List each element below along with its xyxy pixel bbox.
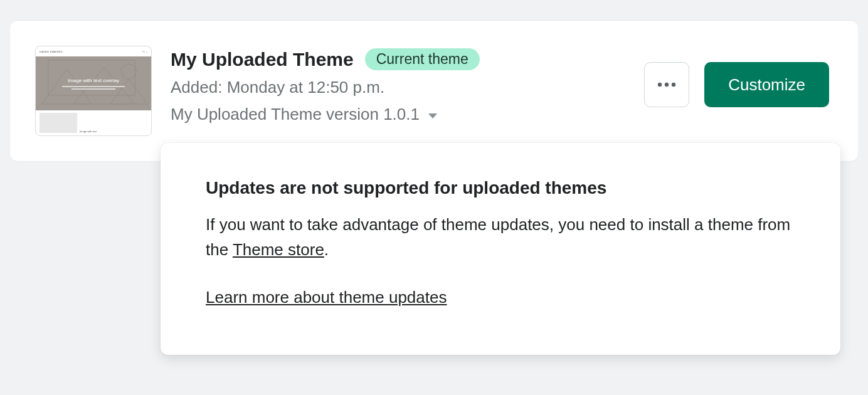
thumb-geometry-icon: [36, 56, 151, 110]
version-label: My Uploaded Theme version 1.0.1: [171, 105, 420, 124]
thumb-hero: Image with text overlay: [36, 56, 151, 110]
update-info-popover: Updates are not supported for uploaded t…: [161, 143, 840, 355]
theme-actions: Customize: [644, 46, 833, 107]
thumb-hero-subline: [62, 86, 125, 87]
added-line: Added: Monday at 12:50 p.m.: [171, 78, 625, 97]
theme-meta: My Uploaded Theme Current theme Added: M…: [171, 46, 625, 124]
thumb-hero-text: Image with text overlay: [68, 78, 119, 83]
thumb-hero-subline: [71, 88, 115, 90]
popover-body: If you want to take advantage of theme u…: [206, 212, 795, 263]
ellipsis-icon: [657, 82, 676, 87]
popover-body-suffix: .: [324, 240, 329, 259]
version-dropdown[interactable]: My Uploaded Theme version 1.0.1: [171, 105, 625, 124]
customize-button[interactable]: Customize: [704, 62, 829, 107]
thumb-bottom: Image with text: [36, 110, 151, 135]
theme-card: KAREN RAMIRES ••• ⌕ Image with text over…: [10, 20, 858, 161]
svg-point-6: [665, 83, 669, 87]
thumb-header: KAREN RAMIRES ••• ⌕: [36, 46, 151, 56]
thumb-bottom-label: Image with text: [80, 113, 97, 133]
thumb-nav: ••• ⌕: [142, 50, 147, 53]
title-row: My Uploaded Theme Current theme: [171, 48, 625, 70]
thumb-image-block: [40, 113, 77, 133]
svg-point-4: [122, 64, 137, 79]
added-value: Monday at 12:50 p.m.: [227, 78, 384, 97]
theme-title: My Uploaded Theme: [171, 49, 354, 70]
current-theme-badge: Current theme: [365, 48, 480, 70]
thumb-site-name: KAREN RAMIRES: [40, 50, 63, 53]
theme-thumbnail: KAREN RAMIRES ••• ⌕ Image with text over…: [35, 46, 152, 136]
learn-more-link[interactable]: Learn more about theme updates: [206, 288, 447, 307]
popover-heading: Updates are not supported for uploaded t…: [206, 178, 795, 198]
added-prefix: Added:: [171, 78, 227, 97]
more-actions-button[interactable]: [644, 62, 689, 107]
chevron-down-icon: [428, 113, 437, 118]
svg-point-5: [658, 83, 662, 87]
theme-store-link[interactable]: Theme store: [233, 240, 324, 259]
svg-point-7: [672, 83, 675, 87]
